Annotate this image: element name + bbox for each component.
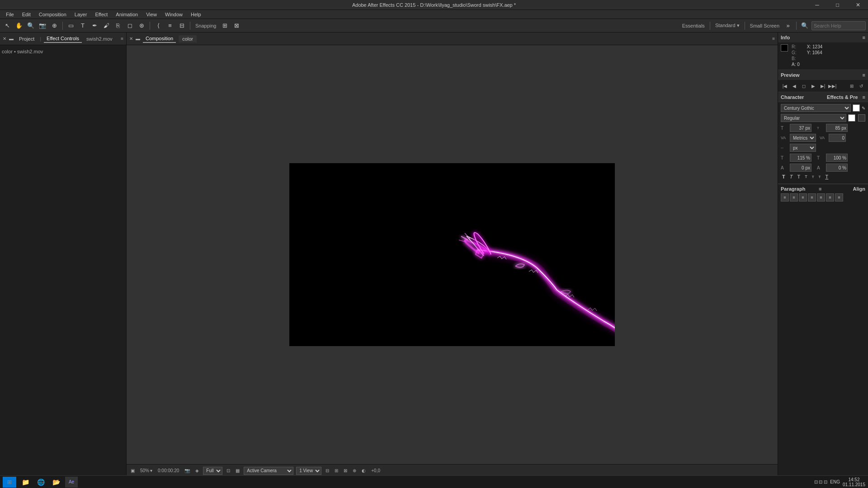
hand-tool[interactable]: ✋ bbox=[14, 21, 24, 31]
preview-menu-btn[interactable]: ≡ bbox=[863, 72, 865, 78]
align-left-para-btn[interactable]: ≡ bbox=[781, 193, 789, 202]
taskbar-ie[interactable]: 📂 bbox=[50, 477, 62, 488]
preview-loop-btn[interactable]: ↺ bbox=[857, 82, 865, 90]
font-dropdown[interactable]: Century Gothic bbox=[781, 104, 851, 112]
super-btn[interactable]: T bbox=[811, 174, 816, 179]
small-caps-btn[interactable]: T bbox=[803, 174, 809, 179]
fill-color-swatch[interactable] bbox=[858, 114, 865, 122]
italic-btn[interactable]: T bbox=[788, 174, 794, 180]
distribute-btn[interactable]: ⊟ bbox=[177, 21, 187, 31]
eraser-tool[interactable]: ◻ bbox=[125, 21, 135, 31]
taskbar-file-explorer[interactable]: 📁 bbox=[19, 477, 32, 488]
comp-menu-btn[interactable]: ≡ bbox=[772, 36, 775, 41]
vscale-input[interactable] bbox=[826, 154, 848, 162]
preview-last-btn[interactable]: ▶▶| bbox=[828, 82, 836, 90]
start-btn[interactable]: ⊞ bbox=[3, 477, 16, 488]
stroke-color-swatch[interactable] bbox=[848, 114, 855, 122]
region-btn[interactable]: ⊡ bbox=[225, 468, 231, 474]
pen-tool[interactable]: ✒ bbox=[90, 21, 99, 31]
justify-center-btn[interactable]: ≡ bbox=[817, 193, 825, 202]
menu-window[interactable]: Window bbox=[161, 11, 186, 18]
comp-render-btn[interactable]: ▣ bbox=[129, 468, 136, 474]
font-size2-input[interactable] bbox=[826, 124, 848, 132]
align-left-btn[interactable]: ⟨ bbox=[153, 21, 163, 31]
menu-view[interactable]: View bbox=[142, 11, 160, 18]
tracking-val-input[interactable] bbox=[829, 134, 846, 142]
menu-help[interactable]: Help bbox=[187, 11, 205, 18]
font-size-input[interactable] bbox=[790, 124, 811, 132]
project-tab[interactable]: Project bbox=[16, 35, 37, 42]
puppet-tool[interactable]: ⊛ bbox=[137, 21, 146, 31]
brush-tool[interactable]: 🖌 bbox=[101, 21, 111, 31]
zoom-tool[interactable]: 🔍 bbox=[26, 21, 36, 31]
maximize-button[interactable]: □ bbox=[827, 0, 848, 10]
snapping-btn[interactable]: ⊞ bbox=[220, 21, 230, 31]
font-reset-btn[interactable]: ✎ bbox=[862, 106, 865, 111]
transparency-btn[interactable]: ▦ bbox=[234, 468, 241, 474]
comp-time-display[interactable]: 0:00:00:20 bbox=[156, 468, 180, 474]
bold-btn[interactable]: T bbox=[781, 174, 787, 180]
align-center-para-btn[interactable]: ≡ bbox=[790, 193, 798, 202]
effect-controls-tab[interactable]: Effect Controls bbox=[44, 35, 82, 43]
search-input[interactable] bbox=[811, 21, 866, 30]
minimize-button[interactable]: ─ bbox=[807, 0, 827, 10]
underline-btn[interactable]: T bbox=[824, 174, 830, 180]
workspace-more-btn[interactable]: » bbox=[783, 21, 793, 31]
leading-dropdown[interactable]: px bbox=[790, 144, 816, 152]
comp-panel-min-btn[interactable]: ▬ bbox=[136, 36, 140, 41]
language-indicator[interactable]: ENG bbox=[830, 479, 840, 484]
caps-btn[interactable]: T bbox=[796, 174, 802, 180]
paragraph-menu-btn[interactable]: ≡ bbox=[819, 186, 821, 192]
preview-header[interactable]: Preview ≡ bbox=[778, 70, 868, 80]
menu-file[interactable]: File bbox=[2, 11, 18, 18]
justify-all-btn[interactable]: ≡ bbox=[835, 193, 843, 202]
orbit-tool[interactable]: ⊕ bbox=[49, 21, 59, 31]
view-count-dropdown[interactable]: 1 View bbox=[296, 467, 321, 475]
justify-left-btn[interactable]: ≡ bbox=[808, 193, 816, 202]
quality-dropdown[interactable]: Full bbox=[203, 467, 222, 475]
select-tool[interactable]: ↖ bbox=[2, 21, 12, 31]
close-button[interactable]: ✕ bbox=[848, 0, 868, 10]
tracking-dropdown[interactable]: Metrics bbox=[790, 134, 816, 142]
menu-animation[interactable]: Animation bbox=[112, 11, 142, 18]
preview-time-btn[interactable]: ◐ bbox=[360, 468, 367, 474]
motion-blur-btn[interactable]: ◈ bbox=[194, 468, 200, 474]
menu-composition[interactable]: Composition bbox=[35, 11, 70, 18]
justify-right-btn[interactable]: ≡ bbox=[826, 193, 834, 202]
active-camera-dropdown[interactable]: Active Camera bbox=[244, 467, 293, 475]
camera-snap-btn[interactable]: 📷 bbox=[183, 468, 191, 474]
taskbar-chrome[interactable]: 🌐 bbox=[34, 477, 47, 488]
preview-prev-btn[interactable]: ◀ bbox=[790, 82, 798, 90]
menu-edit[interactable]: Edit bbox=[19, 11, 34, 18]
font-color-swatch[interactable] bbox=[853, 104, 860, 112]
align-right-para-btn[interactable]: ≡ bbox=[799, 193, 807, 202]
text-tool[interactable]: T bbox=[78, 21, 88, 31]
preview-stop-btn[interactable]: ◻ bbox=[800, 82, 808, 90]
preview-ram-btn[interactable]: ⊞ bbox=[848, 82, 856, 90]
snap-options-btn[interactable]: ⊠ bbox=[232, 21, 242, 31]
search-icon[interactable]: 🔍 bbox=[800, 21, 810, 31]
preview-next-btn[interactable]: ▶| bbox=[819, 82, 827, 90]
clone-tool[interactable]: ⎘ bbox=[113, 21, 123, 31]
rect-tool[interactable]: ▭ bbox=[66, 21, 76, 31]
panel-menu-btn[interactable]: ≡ bbox=[121, 36, 123, 41]
menu-effect[interactable]: Effect bbox=[91, 11, 111, 18]
camera-tool[interactable]: 📷 bbox=[38, 21, 47, 31]
comp-zoom-display[interactable]: 50%▾ bbox=[139, 468, 154, 474]
tsf-input[interactable] bbox=[826, 164, 848, 172]
preview-first-btn[interactable]: |◀ bbox=[781, 82, 789, 90]
menu-layer[interactable]: Layer bbox=[71, 11, 91, 18]
view-options-btn[interactable]: ⊞ bbox=[333, 468, 340, 474]
baseline-input[interactable] bbox=[790, 164, 811, 172]
view-guides-btn[interactable]: ⊕ bbox=[351, 468, 358, 474]
comp-tab[interactable]: color bbox=[179, 35, 197, 42]
panel-close-btn[interactable]: ✕ bbox=[3, 36, 6, 41]
preview-play-btn[interactable]: ▶ bbox=[809, 82, 817, 90]
align-center-btn[interactable]: ≡ bbox=[165, 21, 175, 31]
hscale-input[interactable] bbox=[790, 154, 811, 162]
view-layout-btn[interactable]: ⊟ bbox=[324, 468, 330, 474]
comp-panel-close-btn[interactable]: ✕ bbox=[129, 36, 133, 41]
taskbar-ae[interactable]: Ae bbox=[65, 477, 78, 488]
view-3d-btn[interactable]: ⊠ bbox=[342, 468, 349, 474]
style-dropdown[interactable]: Regular bbox=[781, 114, 846, 122]
